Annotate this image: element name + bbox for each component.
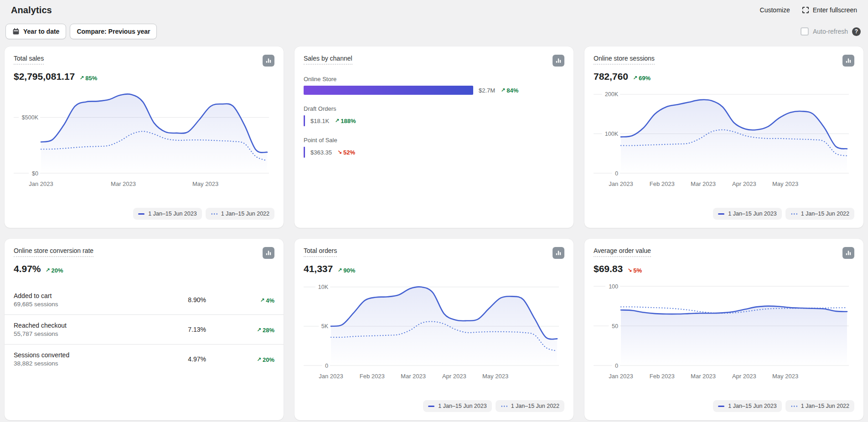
channel-bar[interactable] [304,147,305,158]
report-icon[interactable] [263,247,274,259]
funnel-step-label: Reached checkout [14,322,138,329]
svg-text:50: 50 [612,323,618,329]
delta-badge: 5% [627,267,642,274]
channel-label: Point of Sale [304,137,564,144]
report-icon[interactable] [842,55,854,67]
metric-value: 4.97% [14,263,41,274]
svg-text:Mar 2023: Mar 2023 [401,373,426,380]
compare-button[interactable]: Compare: Previous year [70,24,157,39]
report-icon[interactable] [553,247,564,259]
funnel-row-added-to-cart: Added to cart 69,685 sessions 8.90% 4% [5,285,284,314]
svg-text:$0: $0 [32,170,38,177]
report-icon[interactable] [263,55,274,67]
auto-refresh-label: Auto-refresh [813,28,848,35]
report-icon[interactable] [842,247,854,259]
card-title-average-order-value[interactable]: Average order value [594,247,651,257]
legend-previous[interactable]: 1 Jan–15 Jun 2022 [785,208,854,220]
trend-arrow-icon [633,75,637,81]
channel-row: Online Store $2.7M 84% [304,76,564,95]
svg-text:Mar 2023: Mar 2023 [111,180,136,187]
funnel-step-rate: 4.97% [138,355,206,363]
legend-previous[interactable]: 1 Jan–15 Jun 2022 [785,400,854,412]
svg-text:Feb 2023: Feb 2023 [650,180,675,187]
channel-bar[interactable] [304,115,305,126]
trend-arrow-icon [257,327,261,333]
delta-badge: 4% [260,297,274,304]
card-title-total-sales[interactable]: Total sales [14,55,44,65]
channel-value: $363.35 [310,149,332,156]
svg-text:Jan 2023: Jan 2023 [319,373,343,380]
delta-badge: 52% [337,149,355,156]
channel-value: $18.1K [310,118,329,124]
funnel-step-label: Sessions converted [14,351,138,359]
auto-refresh-checkbox[interactable] [801,27,809,36]
svg-text:Jan 2023: Jan 2023 [609,180,633,187]
funnel-step-rate: 7.13% [138,326,206,333]
card-title-sales-by-channel[interactable]: Sales by channel [304,55,352,65]
svg-text:0: 0 [615,170,618,177]
svg-text:Mar 2023: Mar 2023 [691,373,716,380]
total-orders-chart[interactable]: 10K5K0Jan 2023Feb 2023Mar 2023Apr 2023Ma… [304,276,564,384]
page-title: Analytics [11,5,52,15]
legend-current[interactable]: 1 Jan–15 Jun 2023 [133,208,202,220]
dotted-line-icon [501,406,507,407]
channel-bar[interactable] [304,86,473,95]
svg-text:Apr 2023: Apr 2023 [732,180,756,187]
legend-current[interactable]: 1 Jan–15 Jun 2023 [713,208,781,220]
card-online-store-sessions: Online store sessions 782,760 69% 200K10… [584,46,863,228]
help-icon[interactable]: ? [852,27,861,36]
channel-label: Online Store [304,76,564,82]
svg-text:5K: 5K [321,323,329,329]
trend-arrow-icon [46,267,50,273]
card-title-total-orders[interactable]: Total orders [304,247,337,257]
card-title-conversion-rate[interactable]: Online store conversion rate [14,247,93,257]
report-icon[interactable] [553,55,564,67]
trend-arrow-icon [501,87,505,93]
average-order-value-chart[interactable]: 100500Jan 2023Feb 2023Mar 2023Apr 2023Ma… [594,276,854,384]
svg-text:100: 100 [609,283,618,290]
online-store-sessions-chart[interactable]: 200K100K0Jan 2023Feb 2023Mar 2023Apr 202… [594,84,854,191]
card-sales-by-channel: Sales by channel Online Store $2.7M 84% … [294,46,574,228]
metric-value: $2,795,081.17 [14,71,75,82]
legend-previous[interactable]: 1 Jan–15 Jun 2022 [206,208,274,220]
card-title-online-store-sessions[interactable]: Online store sessions [594,55,655,65]
channel-row: Point of Sale $363.35 52% [304,137,564,158]
trend-arrow-icon [79,75,84,81]
svg-text:$500K: $500K [22,114,39,121]
svg-text:May 2023: May 2023 [772,180,798,187]
channel-label: Draft Orders [304,105,564,112]
date-range-button[interactable]: Year to date [5,24,66,39]
trend-arrow-icon [337,149,342,155]
svg-text:Jan 2023: Jan 2023 [609,373,633,380]
total-sales-chart[interactable]: $500K$0Jan 2023Mar 2023May 2023 [14,84,274,191]
delta-badge: 188% [335,118,356,124]
svg-text:May 2023: May 2023 [482,373,508,380]
card-average-order-value: Average order value $69.83 5% 100500Jan … [584,239,863,420]
solid-line-icon [718,213,724,215]
channel-value: $2.7M [479,87,495,94]
enter-fullscreen-button[interactable]: Enter fullscreen [802,6,857,14]
trend-arrow-icon [260,297,264,304]
delta-badge: 84% [501,87,518,94]
funnel-step-sessions: 55,787 sessions [14,330,138,337]
legend-current[interactable]: 1 Jan–15 Jun 2023 [423,400,491,412]
controls-row: Year to date Compare: Previous year Auto… [5,24,861,39]
top-bar: Analytics Customize Enter fullscreen [0,0,868,16]
metric-value: 41,337 [304,263,333,274]
fullscreen-icon [802,6,809,14]
svg-text:200K: 200K [605,91,619,98]
svg-text:Jan 2023: Jan 2023 [29,180,53,187]
funnel-step-sessions: 69,685 sessions [14,301,138,308]
legend-previous[interactable]: 1 Jan–15 Jun 2022 [496,400,564,412]
trend-arrow-icon [337,267,342,273]
legend-current[interactable]: 1 Jan–15 Jun 2023 [713,400,781,412]
svg-text:Apr 2023: Apr 2023 [442,373,466,380]
funnel-step-label: Added to cart [14,292,138,299]
card-conversion-rate: Online store conversion rate 4.97% 20% A… [5,239,284,420]
svg-text:Apr 2023: Apr 2023 [732,373,756,380]
svg-text:100K: 100K [605,131,619,137]
svg-text:Feb 2023: Feb 2023 [650,373,675,380]
customize-button[interactable]: Customize [760,6,790,14]
svg-text:0: 0 [615,363,618,369]
svg-text:Feb 2023: Feb 2023 [360,373,385,380]
